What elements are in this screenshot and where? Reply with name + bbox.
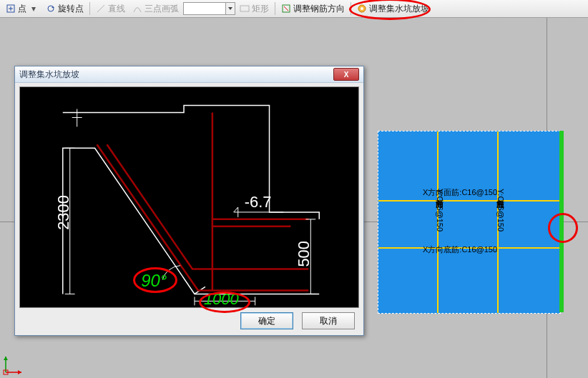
tool-point[interactable]: 点 ▾ bbox=[3, 1, 41, 16]
tool-rect-label: 矩形 bbox=[252, 3, 269, 15]
rotate-point-icon bbox=[46, 4, 56, 14]
separator bbox=[351, 2, 351, 15]
arc-icon bbox=[132, 4, 142, 14]
chevron-down-icon[interactable] bbox=[226, 2, 235, 15]
dim-side: 500 bbox=[295, 241, 313, 267]
rect-icon bbox=[240, 4, 250, 14]
svg-marker-3 bbox=[4, 357, 8, 360]
dim-bottom: 1000 bbox=[204, 290, 239, 307]
tool-arc-label: 三点画弧 bbox=[144, 3, 179, 15]
tool-sump-slope-label: 调整集水坑放坡 bbox=[369, 3, 429, 15]
sump-slope-icon bbox=[357, 4, 367, 14]
separator bbox=[89, 2, 90, 15]
slab-element[interactable]: X方向面筋:C16@150 X方向底筋:C16@150 Y方向面筋:C16@15… bbox=[378, 131, 561, 314]
svg-point-15 bbox=[361, 7, 363, 10]
tool-rectangle[interactable]: 矩形 bbox=[237, 1, 272, 16]
slab-edge-highlight bbox=[559, 131, 564, 312]
close-icon: X bbox=[344, 71, 349, 79]
dialog-titlebar[interactable]: 调整集水坑放坡 X bbox=[15, 66, 363, 83]
slab-x-bottom-rebar: X方向底筋:C16@150 bbox=[423, 244, 497, 255]
cancel-button[interactable]: 取消 bbox=[302, 312, 355, 329]
tool-line-label: 直线 bbox=[108, 3, 125, 15]
line-icon bbox=[96, 4, 106, 14]
toolbar: 点 ▾ 旋转点 直线 三点画弧 矩形 调整钢筋方向 调整集水坑放坡 bbox=[0, 0, 588, 18]
tool-rotate-point[interactable]: 旋转点 bbox=[43, 1, 87, 16]
svg-line-9 bbox=[97, 5, 104, 12]
svg-rect-11 bbox=[240, 6, 249, 11]
section-drawing: 2300 -6.7 500 90° 1000 bbox=[20, 87, 358, 307]
toolbar-dropdown[interactable] bbox=[183, 2, 235, 15]
rebar-direction-icon bbox=[281, 4, 291, 14]
adjust-slope-dialog: 调整集水坑放坡 X bbox=[14, 66, 364, 336]
tool-line[interactable]: 直线 bbox=[93, 1, 128, 16]
separator bbox=[275, 2, 275, 15]
ok-button-label: 确定 bbox=[258, 315, 275, 327]
dim-slope-value: -6.7 bbox=[245, 193, 272, 211]
tool-three-point-arc[interactable]: 三点画弧 bbox=[129, 1, 182, 16]
svg-marker-1 bbox=[18, 370, 21, 374]
tool-adjust-rebar-direction[interactable]: 调整钢筋方向 bbox=[278, 1, 348, 16]
point-icon bbox=[6, 4, 16, 14]
close-button[interactable]: X bbox=[333, 68, 359, 81]
tool-adjust-sump-slope[interactable]: 调整集水坑放坡 bbox=[354, 1, 432, 16]
tool-point-label: 点 bbox=[18, 3, 26, 15]
svg-marker-10 bbox=[228, 7, 232, 10]
tool-rotate-point-label: 旋转点 bbox=[58, 3, 84, 15]
ok-button[interactable]: 确定 bbox=[240, 312, 293, 329]
slab-y-bottom-rebar: Y方向底筋:C16@150 bbox=[495, 189, 506, 232]
slab-hline-1 bbox=[378, 200, 560, 202]
chevron-down-icon: ▾ bbox=[29, 4, 39, 14]
dialog-buttons: 确定 取消 bbox=[240, 312, 355, 329]
slab-y-top-rebar: Y方向面筋:C16@150 bbox=[434, 189, 445, 232]
toolbar-dropdown-input[interactable] bbox=[183, 2, 226, 15]
svg-line-13 bbox=[284, 6, 288, 11]
tool-rebar-dir-label: 调整钢筋方向 bbox=[293, 3, 345, 15]
cancel-button-label: 取消 bbox=[320, 315, 337, 327]
dim-depth: 2300 bbox=[54, 195, 72, 230]
ucs-axes-icon bbox=[3, 354, 24, 375]
section-preview[interactable]: 2300 -6.7 500 90° 1000 bbox=[19, 86, 359, 308]
dim-angle: 90° bbox=[141, 271, 167, 290]
dialog-title: 调整集水坑放坡 bbox=[19, 69, 333, 81]
